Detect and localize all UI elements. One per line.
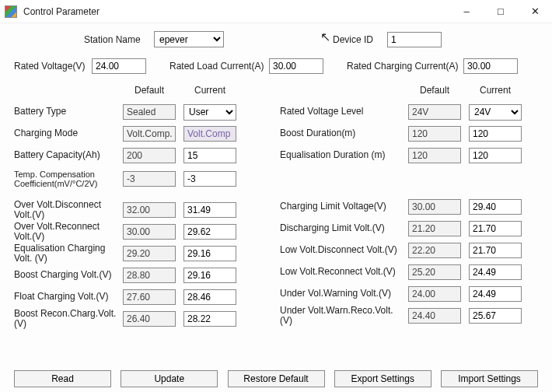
row-temp-comp: Temp. Compensation Coefficient(mV/°C/2V)… [14,167,272,191]
app-icon [5,5,17,18]
minimize-button[interactable]: – [449,1,484,23]
rated-load-current-label: Rated Load Current(A) [169,61,269,72]
charging-limit-default: 30.00 [408,199,461,215]
ov-reconnect-input[interactable] [183,224,236,240]
battery-type-default: Sealed [123,104,176,120]
row-low-reconnect: Low Volt.Reconnect Volt.(V) 25.20 [280,262,538,282]
ov-reconnect-label: Over Volt.Reconnect Volt.(V) [14,222,123,242]
read-button[interactable]: Read [14,370,111,387]
low-disconnect-label: Low Volt.Disconnect Volt.(V) [280,245,408,255]
maximize-button[interactable]: □ [484,1,518,23]
boost-charging-label: Boost Charging Volt.(V) [14,270,123,280]
row-ov-reconnect: Over Volt.Reconnect Volt.(V) 30.00 [14,222,272,242]
boost-duration-label: Boost Duration(m) [280,128,408,138]
discharging-limit-label: Discharging Limit Volt.(V) [280,223,408,233]
row-battery-type: Battery Type Sealed User [14,102,272,122]
row-under-warning: Under Vol.Warning Volt.(V) 24.00 [280,284,538,304]
boost-recon-default: 26.40 [123,311,176,327]
battery-capacity-default: 200 [123,148,176,163]
under-warning-default: 24.00 [408,286,461,302]
temp-comp-input[interactable] [183,171,236,187]
ov-disconnect-input[interactable] [183,202,236,218]
boost-charging-default: 28.80 [123,268,176,283]
boost-duration-default: 120 [408,126,461,142]
boost-recon-label: Boost Recon.Charg.Volt.(V) [14,309,123,329]
eq-duration-default: 120 [408,148,461,163]
charging-mode-current: Volt.Comp [183,126,236,142]
rated-voltage-level-default: 24V [408,104,461,120]
row-boost-charging: Boost Charging Volt.(V) 28.80 [14,265,272,285]
row-float-charging: Float Charging Volt.(V) 27.60 [14,287,272,307]
battery-type-select[interactable]: User [183,104,236,121]
boost-recon-input[interactable] [183,311,236,327]
button-bar: Read Update Restore Default Export Setti… [0,370,552,387]
row-low-disconnect: Low Volt.Disconnect Volt.(V) 22.20 [280,240,538,261]
eq-duration-input[interactable] [469,148,522,163]
rated-voltage-input[interactable] [92,58,146,74]
low-reconnect-label: Low Volt.Reconnect Volt.(V) [280,267,408,277]
discharging-limit-input[interactable] [469,221,522,236]
device-id-label: Device ID [333,34,387,45]
import-settings-button[interactable]: Import Settings [441,370,538,387]
float-charging-default: 27.60 [123,289,176,305]
rated-load-current-input[interactable] [269,58,323,74]
row-ov-disconnect: Over Volt.Disconnect Volt.(V) 32.00 [14,200,272,220]
device-id-input[interactable] [387,32,442,47]
titlebar: Control Parameter – □ ✕ [0,0,552,23]
rated-voltage-label: Rated Voltage(V) [14,61,92,72]
row-under-warn-reco: Under Volt.Warn.Reco.Volt.(V) 24.40 [280,306,538,326]
eq-duration-label: Equalisation Duration (m) [280,150,408,160]
col-header-current: Current [183,85,236,96]
eq-charging-input[interactable] [183,246,236,261]
battery-capacity-label: Battery Capacity(Ah) [14,150,123,160]
battery-capacity-input[interactable] [183,148,236,163]
ov-disconnect-default: 32.00 [123,202,176,218]
row-charging-limit: Charging Limit Voltage(V) 30.00 [280,197,538,217]
under-warning-label: Under Vol.Warning Volt.(V) [280,289,408,299]
low-reconnect-default: 25.20 [408,264,461,280]
under-warn-reco-default: 24.40 [408,308,461,324]
rated-charging-current-input[interactable] [463,58,518,74]
restore-default-button[interactable]: Restore Default [228,370,325,387]
export-settings-button[interactable]: Export Settings [334,370,431,387]
close-button[interactable]: ✕ [518,1,552,23]
row-discharging-limit: Discharging Limit Volt.(V) 21.20 [280,219,538,239]
boost-duration-input[interactable] [469,126,522,142]
temp-comp-label: Temp. Compensation Coefficient(mV/°C/2V) [14,170,123,188]
row-boost-duration: Boost Duration(m) 120 [280,124,538,144]
col-header-default-r: Default [408,85,461,96]
under-warn-reco-input[interactable] [469,308,522,324]
col-header-current-r: Current [469,85,522,96]
ov-reconnect-default: 30.00 [123,224,176,240]
eq-charging-default: 29.20 [123,246,176,261]
row-eq-charging: Equalisation Charging Volt. (V) 29.20 [14,243,272,264]
station-name-select[interactable]: epever [154,31,224,47]
col-header-default: Default [123,85,176,96]
low-disconnect-input[interactable] [469,243,522,258]
discharging-limit-default: 21.20 [408,221,461,236]
row-battery-capacity: Battery Capacity(Ah) 200 [14,145,272,166]
charging-limit-input[interactable] [469,199,522,215]
eq-charging-label: Equalisation Charging Volt. (V) [14,243,123,264]
row-eq-duration: Equalisation Duration (m) 120 [280,145,538,166]
boost-charging-input[interactable] [183,268,236,283]
charging-mode-default: Volt.Comp. [123,126,176,142]
float-charging-input[interactable] [183,289,236,305]
under-warning-input[interactable] [469,286,522,302]
station-name-label: Station Name [84,34,154,45]
window-title: Control Parameter [23,6,449,17]
charging-mode-label: Charging Mode [14,128,123,138]
ov-disconnect-label: Over Volt.Disconnect Volt.(V) [14,200,123,220]
low-disconnect-default: 22.20 [408,243,461,258]
rated-voltage-level-label: Rated Voltage Level [280,107,408,117]
update-button[interactable]: Update [121,370,218,387]
low-reconnect-input[interactable] [469,264,522,280]
temp-comp-default: -3 [123,171,176,187]
battery-type-label: Battery Type [14,107,123,117]
under-warn-reco-label: Under Volt.Warn.Reco.Volt.(V) [280,306,408,326]
float-charging-label: Float Charging Volt.(V) [14,292,123,302]
charging-limit-label: Charging Limit Voltage(V) [280,201,408,212]
rated-voltage-level-select[interactable]: 24V [469,104,522,121]
rated-charging-current-label: Rated Charging Current(A) [347,61,463,72]
row-boost-recon: Boost Recon.Charg.Volt.(V) 26.40 [14,309,272,329]
